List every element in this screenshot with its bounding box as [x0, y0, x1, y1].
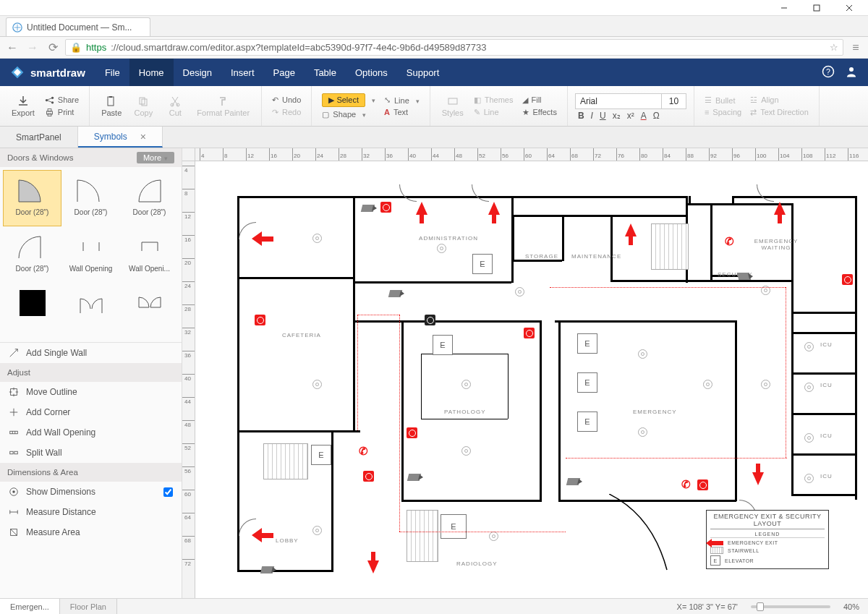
window-minimize-button[interactable]: [767, 1, 800, 15]
menu-insert[interactable]: Insert: [221, 59, 264, 86]
move-outline-button[interactable]: Move Outline: [0, 382, 182, 402]
tab-symbols[interactable]: Symbols×: [78, 127, 163, 148]
sheet-tab-floorplan[interactable]: Floor Plan: [60, 599, 117, 615]
alarm-6: [842, 274, 853, 285]
room-icu-3-label: ICU: [820, 432, 833, 439]
text-direction-label: Text Direction: [760, 108, 809, 116]
zoom-slider[interactable]: [751, 605, 830, 608]
window-close-button[interactable]: [833, 1, 865, 15]
tab-smartpanel[interactable]: SmartPanel: [0, 127, 78, 148]
redo-button[interactable]: ↷Redo: [272, 108, 301, 117]
align-button[interactable]: ☳Align: [750, 95, 809, 105]
menu-file[interactable]: File: [95, 59, 129, 86]
window-maximize-button[interactable]: [800, 1, 833, 15]
shape-tool-button[interactable]: ▢Shape: [322, 110, 375, 119]
add-single-wall-button[interactable]: Add Single Wall: [0, 343, 182, 363]
add-corner-button[interactable]: Add Corner: [0, 402, 182, 422]
bookmark-star-icon[interactable]: ☆: [830, 42, 838, 53]
user-icon[interactable]: [845, 65, 858, 80]
symbol-solid[interactable]: [3, 283, 61, 339]
text-tool-button[interactable]: AText: [384, 108, 420, 116]
zoom-handle[interactable]: [757, 602, 764, 611]
menu-page[interactable]: Page: [264, 59, 305, 86]
symbol-door-2[interactable]: Door (28"): [61, 170, 120, 226]
sensor-2: [437, 244, 446, 253]
styles-button[interactable]: Styles: [436, 89, 469, 123]
url-input[interactable]: 🔒 https://cloud.smartdraw.com/editor.asp…: [65, 39, 843, 56]
svg-point-11: [51, 96, 54, 98]
format-painter-button[interactable]: Format Painter: [191, 89, 255, 123]
symbol-door-4[interactable]: Door (28"): [3, 226, 61, 283]
paste-button[interactable]: Paste: [95, 89, 127, 123]
fill-button[interactable]: ◢Fill: [522, 95, 557, 105]
select-tool-button[interactable]: ▶ Select: [322, 93, 375, 107]
more-button[interactable]: More: [137, 152, 174, 163]
menu-home[interactable]: Home: [129, 59, 174, 86]
copy-button[interactable]: Copy: [127, 89, 159, 123]
font-color-button[interactable]: A: [641, 111, 647, 121]
shape-label: Shape: [333, 110, 356, 119]
italic-button[interactable]: I: [591, 111, 593, 121]
elevator-emerg-3: E: [577, 412, 597, 432]
measure-area-button[interactable]: Measure Area: [0, 522, 182, 542]
line-tool-button[interactable]: ⤡Line: [384, 95, 420, 105]
symbol-grid: Door (28") Door (28") Door (28") Door (2…: [0, 167, 182, 342]
styles-label: Styles: [442, 108, 464, 117]
alarm-2: [255, 315, 265, 325]
menu-support[interactable]: Support: [397, 59, 449, 86]
menu-table[interactable]: Table: [305, 59, 346, 86]
drawing-canvas[interactable]: ADMINISTRATION STORAGE MAINTENANCE SECUR…: [195, 161, 868, 598]
underline-button[interactable]: U: [600, 111, 606, 121]
nav-back-button[interactable]: ←: [4, 40, 20, 56]
browser-menu-button[interactable]: ≡: [848, 40, 864, 56]
menu-design[interactable]: Design: [174, 59, 221, 86]
nav-forward-button[interactable]: →: [25, 40, 41, 56]
export-button[interactable]: Export: [6, 89, 41, 123]
split-wall-button[interactable]: Split Wall: [0, 443, 182, 463]
symbol-button[interactable]: Ω: [653, 111, 660, 121]
font-name-input[interactable]: Arial: [575, 93, 662, 109]
effects-button[interactable]: ★Effects: [522, 108, 557, 117]
close-symbols-tab-button[interactable]: ×: [140, 131, 146, 142]
add-wall-opening-button[interactable]: Add Wall Opening: [0, 422, 182, 443]
cut-button[interactable]: Cut: [159, 89, 191, 123]
nav-reload-button[interactable]: ⟳: [45, 40, 61, 56]
superscript-button[interactable]: x²: [627, 111, 634, 121]
undo-button[interactable]: ↶Undo: [272, 95, 301, 105]
vertical-ruler: 4812162024283236404448525660646872: [182, 161, 195, 598]
text-direction-button[interactable]: ⇄Text Direction: [750, 108, 809, 117]
exit-arrow-4: [774, 202, 786, 215]
symbol-wall-opening-1[interactable]: Wall Opening: [61, 226, 120, 283]
show-dimensions-checkbox[interactable]: [163, 487, 173, 497]
add-wall-opening-label: Add Wall Opening: [26, 427, 95, 438]
symbol-double-door-1[interactable]: [61, 283, 120, 339]
bullet-button[interactable]: ☰Bullet: [705, 95, 741, 105]
browser-tab[interactable]: Untitled Document — Sm...: [6, 17, 150, 36]
show-dimensions-toggle[interactable]: Show Dimensions: [0, 482, 182, 502]
themes-button[interactable]: ◧Themes: [474, 95, 514, 105]
symbol-double-door-2[interactable]: [120, 283, 179, 339]
camera-3: [737, 273, 751, 280]
undo-label: Undo: [282, 95, 301, 104]
sensor-5: [461, 446, 471, 456]
symbol-door-3[interactable]: Door (28"): [120, 170, 179, 226]
bold-button[interactable]: B: [578, 111, 584, 121]
menu-options[interactable]: Options: [346, 59, 397, 86]
symbol-wall-opening-2[interactable]: Wall Openi...: [120, 226, 179, 283]
url-path: ://cloud.smartdraw.com/editor.aspx?templ…: [111, 42, 486, 53]
route-5: [550, 287, 786, 288]
sheet-tab-active[interactable]: Emergen...: [0, 599, 60, 615]
subscript-button[interactable]: x₂: [613, 111, 621, 121]
font-size-input[interactable]: 10: [662, 93, 686, 109]
spacing-button[interactable]: ≡Spacing: [705, 108, 741, 116]
symbol-door-1[interactable]: Door (28"): [3, 170, 61, 226]
help-icon[interactable]: ?: [822, 65, 835, 80]
add-single-wall-label: Add Single Wall: [26, 348, 87, 358]
phone-3: ✆: [681, 478, 691, 491]
share-button[interactable]: Share: [45, 95, 79, 105]
print-button[interactable]: Print: [45, 108, 79, 117]
line-style-button[interactable]: ✎Line: [474, 108, 514, 117]
horizontal-ruler: 4812162024283236404448525660646872768084…: [195, 148, 868, 161]
measure-distance-button[interactable]: Measure Distance: [0, 502, 182, 522]
sensor-1: [312, 234, 322, 243]
